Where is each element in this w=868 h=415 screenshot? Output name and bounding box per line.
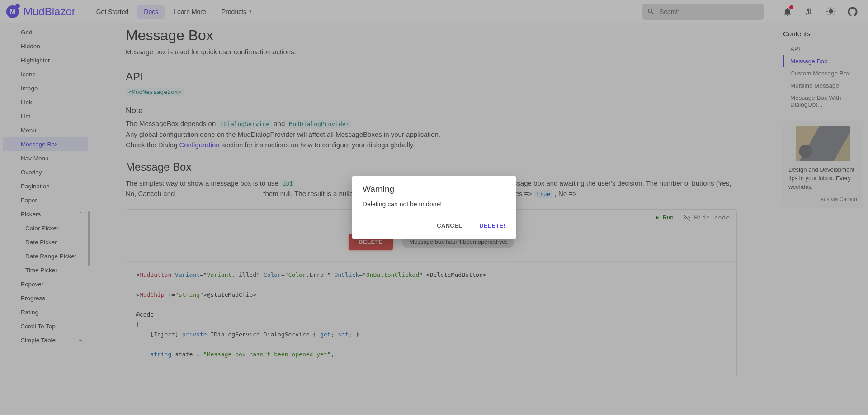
dialog-actions: CANCEL DELETE! (352, 216, 516, 239)
dialog-title: Warning (352, 176, 516, 199)
cancel-button[interactable]: CANCEL (432, 219, 467, 233)
dialog-overlay[interactable]: Warning Deleting can not be undone! CANC… (0, 0, 868, 415)
dialog-body: Deleting can not be undone! (352, 199, 516, 216)
message-box-dialog: Warning Deleting can not be undone! CANC… (352, 176, 516, 239)
confirm-delete-button[interactable]: DELETE! (475, 219, 510, 233)
